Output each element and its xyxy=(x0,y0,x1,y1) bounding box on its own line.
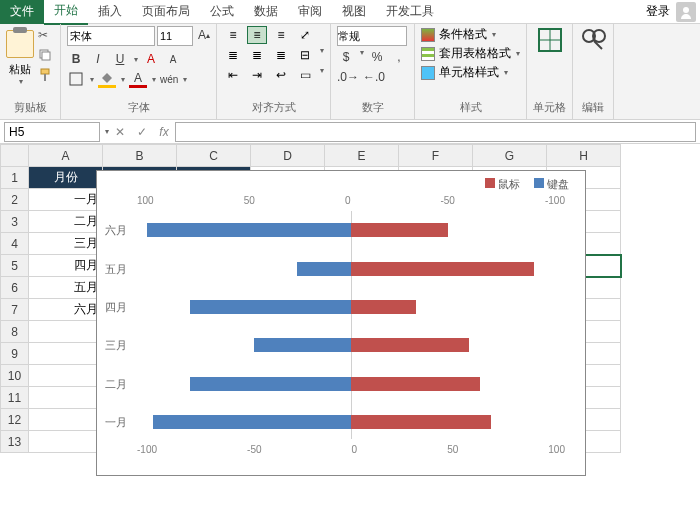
row-2[interactable]: 2 xyxy=(1,189,29,211)
conditional-format-button[interactable]: 条件格式▾ xyxy=(421,26,520,43)
menu-insert[interactable]: 插入 xyxy=(88,0,132,24)
increase-font-icon[interactable]: A▴ xyxy=(195,26,213,44)
align-right-icon[interactable]: ≣ xyxy=(271,46,291,64)
font-color-icon[interactable]: A xyxy=(129,70,147,88)
font-large-a-icon[interactable]: A xyxy=(142,50,160,68)
cell-A2[interactable]: 一月 xyxy=(29,189,103,211)
orientation-icon[interactable]: ⤢ xyxy=(295,26,315,44)
number-format-select[interactable] xyxy=(337,26,407,46)
fx-icon[interactable]: fx xyxy=(153,125,175,139)
col-B[interactable]: B xyxy=(103,145,177,167)
align-top-icon[interactable]: ≡ xyxy=(223,26,243,44)
cell-A4[interactable]: 三月 xyxy=(29,233,103,255)
comma-icon[interactable]: , xyxy=(390,48,408,66)
worksheet[interactable]: A B C D E F G H 1 月份 键盘 鼠标 2一月 3二月 4三月 5… xyxy=(0,144,700,510)
col-G[interactable]: G xyxy=(473,145,547,167)
percent-icon[interactable]: % xyxy=(368,48,386,66)
font-size-select[interactable] xyxy=(157,26,193,46)
menu-home[interactable]: 开始 xyxy=(44,0,88,25)
group-alignment: ≡ ≡ ≡ ⤢ ≣ ≣ ≣ ⊟ ▾ ⇤ ⇥ ↩ ▭ ▾ 对齐方式 xyxy=(217,24,331,119)
increase-indent-icon[interactable]: ⇥ xyxy=(247,66,267,84)
cell[interactable] xyxy=(29,387,103,409)
font-small-a-icon[interactable]: A xyxy=(164,50,182,68)
menu-review[interactable]: 审阅 xyxy=(288,0,332,24)
menu-formula[interactable]: 公式 xyxy=(200,0,244,24)
bold-button[interactable]: B xyxy=(67,50,85,68)
cell-A6[interactable]: 五月 xyxy=(29,277,103,299)
col-H[interactable]: H xyxy=(547,145,621,167)
row-12[interactable]: 12 xyxy=(1,409,29,431)
decrease-indent-icon[interactable]: ⇤ xyxy=(223,66,243,84)
table-format-button[interactable]: 套用表格格式▾ xyxy=(421,45,520,62)
enter-icon[interactable]: ✓ xyxy=(131,125,153,139)
font-name-select[interactable] xyxy=(67,26,155,46)
row-9[interactable]: 9 xyxy=(1,343,29,365)
merge-cells-icon[interactable]: ▭ xyxy=(295,66,315,84)
cell[interactable] xyxy=(29,365,103,387)
row-13[interactable]: 13 xyxy=(1,431,29,453)
col-D[interactable]: D xyxy=(251,145,325,167)
row-6[interactable]: 6 xyxy=(1,277,29,299)
merge-icon[interactable]: ⊟ xyxy=(295,46,315,64)
label-font: 字体 xyxy=(67,98,210,117)
login-link[interactable]: 登录 xyxy=(646,3,670,20)
select-all[interactable] xyxy=(1,145,29,167)
pinyin-icon[interactable]: wén xyxy=(160,70,178,88)
menu-view[interactable]: 视图 xyxy=(332,0,376,24)
row-4[interactable]: 4 xyxy=(1,233,29,255)
decrease-decimal-icon[interactable]: ←.0 xyxy=(363,68,385,86)
chart-object[interactable]: 鼠标 键盘 100 50 0 -50 -100 -100 -50 0 50 10… xyxy=(96,170,586,476)
currency-icon[interactable]: $ xyxy=(337,48,355,66)
increase-decimal-icon[interactable]: .0→ xyxy=(337,68,359,86)
fill-color-icon[interactable] xyxy=(98,70,116,88)
cell-A5[interactable]: 四月 xyxy=(29,255,103,277)
border-icon[interactable] xyxy=(67,70,85,88)
formula-input[interactable] xyxy=(175,122,696,142)
cell-A7[interactable]: 六月 xyxy=(29,299,103,321)
group-styles: 条件格式▾ 套用表格格式▾ 单元格样式▾ 样式 xyxy=(415,24,527,119)
cut-icon[interactable]: ✂ xyxy=(38,28,54,44)
italic-button[interactable]: I xyxy=(89,50,107,68)
cell-A1[interactable]: 月份 xyxy=(29,167,103,189)
svg-rect-5 xyxy=(70,73,82,85)
row-7[interactable]: 7 xyxy=(1,299,29,321)
find-icon[interactable] xyxy=(579,26,607,54)
copy-icon[interactable] xyxy=(38,48,54,64)
cell-style-icon xyxy=(421,66,435,80)
align-bottom-icon[interactable]: ≡ xyxy=(271,26,291,44)
underline-button[interactable]: U xyxy=(111,50,129,68)
cell[interactable] xyxy=(29,321,103,343)
cell-A3[interactable]: 二月 xyxy=(29,211,103,233)
paste-button[interactable]: 粘贴 ▾ xyxy=(6,26,34,86)
cell[interactable] xyxy=(29,409,103,431)
menu-layout[interactable]: 页面布局 xyxy=(132,0,200,24)
col-C[interactable]: C xyxy=(177,145,251,167)
bar-keyboard xyxy=(254,338,351,352)
col-A[interactable]: A xyxy=(29,145,103,167)
row-11[interactable]: 11 xyxy=(1,387,29,409)
bar-keyboard xyxy=(297,262,351,276)
menu-dev[interactable]: 开发工具 xyxy=(376,0,444,24)
align-middle-icon[interactable]: ≡ xyxy=(247,26,267,44)
menu-data[interactable]: 数据 xyxy=(244,0,288,24)
row-10[interactable]: 10 xyxy=(1,365,29,387)
cell-styles-button[interactable]: 单元格样式▾ xyxy=(421,64,520,81)
row-5[interactable]: 5 xyxy=(1,255,29,277)
row-8[interactable]: 8 xyxy=(1,321,29,343)
bar-keyboard xyxy=(147,223,351,237)
wrap-text-icon[interactable]: ↩ xyxy=(271,66,291,84)
cell[interactable] xyxy=(29,431,103,453)
cells-icon[interactable] xyxy=(536,26,564,54)
col-F[interactable]: F xyxy=(399,145,473,167)
col-E[interactable]: E xyxy=(325,145,399,167)
cell[interactable] xyxy=(29,343,103,365)
menu-file[interactable]: 文件 xyxy=(0,0,44,24)
row-1[interactable]: 1 xyxy=(1,167,29,189)
align-center-icon[interactable]: ≣ xyxy=(247,46,267,64)
row-3[interactable]: 3 xyxy=(1,211,29,233)
cancel-icon[interactable]: ✕ xyxy=(109,125,131,139)
align-left-icon[interactable]: ≣ xyxy=(223,46,243,64)
name-box[interactable]: H5 xyxy=(4,122,100,142)
user-icon[interactable] xyxy=(676,2,696,22)
format-painter-icon[interactable] xyxy=(38,68,54,84)
